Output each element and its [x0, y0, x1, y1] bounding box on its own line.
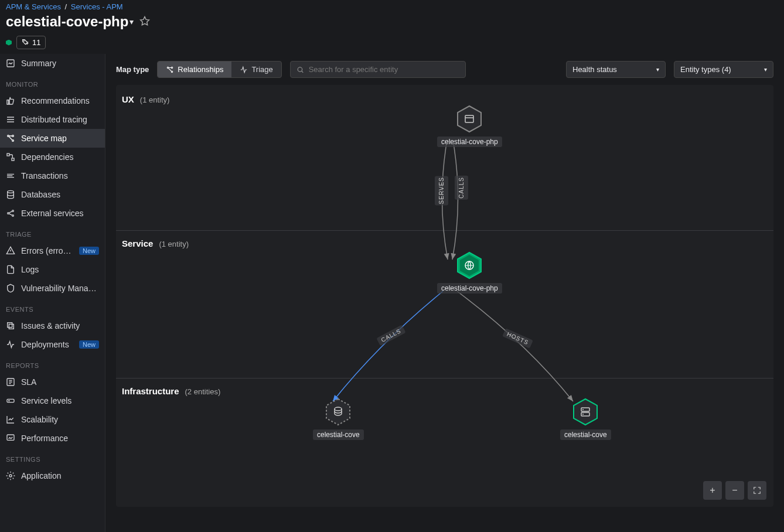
page-title: celestial-cove-php — [6, 13, 128, 30]
status-indicator — [6, 40, 12, 46]
svg-point-9 — [8, 213, 9, 214]
sidebar-item-label: Issues & activity — [21, 321, 80, 330]
node-infra-db[interactable]: celestial-cove — [313, 398, 364, 440]
sidebar-item-performance[interactable]: Performance — [0, 429, 105, 448]
entity-types-select[interactable]: Entity types (4) ▾ — [674, 61, 773, 78]
relationships-icon — [166, 66, 174, 74]
scalability-icon — [6, 415, 15, 424]
sidebar-item-errors-errors-inbo[interactable]: Errors (errors inboNew — [0, 241, 105, 260]
entity-search[interactable] — [290, 61, 466, 78]
sidebar-header: REPORTS — [0, 354, 105, 373]
triage-toggle[interactable]: Triage — [231, 62, 281, 77]
edge-label-serves: SERVES — [435, 176, 448, 205]
new-badge: New — [79, 340, 99, 349]
trace-icon — [6, 115, 15, 124]
health-status-select[interactable]: Health status ▾ — [566, 61, 666, 78]
database-icon — [325, 398, 351, 426]
svg-point-35 — [582, 409, 584, 410]
map-controls: + − — [703, 481, 766, 500]
svg-point-3 — [8, 135, 9, 137]
svg-point-21 — [172, 71, 173, 72]
sidebar-item-dependencies[interactable]: Dependencies — [0, 148, 105, 166]
map-icon — [6, 134, 15, 143]
sidebar-item-external-services[interactable]: External services — [0, 204, 105, 223]
sidebar-header: SETTINGS — [0, 448, 105, 466]
sidebar-header: EVENTS — [0, 298, 105, 316]
new-badge: New — [79, 247, 99, 255]
sidebar-item-label: Distributed tracing — [21, 115, 87, 124]
sidebar-item-recommendations[interactable]: Recommendations — [0, 91, 105, 110]
browser-icon — [456, 105, 482, 133]
sidebar-item-label: External services — [21, 209, 84, 218]
sidebar-item-transactions[interactable]: Transactions — [0, 166, 105, 185]
breadcrumb-apm-services[interactable]: APM & Services — [6, 2, 61, 11]
sidebar-item-label: SLA — [21, 377, 36, 387]
sidebar-item-label: Recommendations — [21, 96, 90, 105]
transactions-icon — [6, 171, 15, 180]
node-service[interactable]: celestial-cove-php — [437, 251, 502, 294]
node-infra-host[interactable]: celestial-cove — [560, 398, 611, 440]
sidebar-item-databases[interactable]: Databases — [0, 185, 105, 204]
breadcrumb-services-apm[interactable]: Services - APM — [71, 2, 123, 11]
sidebar-item-logs[interactable]: Logs — [0, 260, 105, 279]
sidebar-item-label: Service map — [21, 134, 67, 143]
svg-point-19 — [9, 475, 12, 477]
svg-point-22 — [172, 67, 173, 68]
svg-marker-0 — [141, 16, 149, 25]
sidebar-item-issues-activity[interactable]: Issues & activity — [0, 316, 105, 335]
deploy-icon — [6, 340, 15, 349]
logs-icon — [6, 265, 15, 274]
svg-point-11 — [12, 215, 14, 217]
service-map-canvas[interactable]: UX (1 entity) Service (1 entity) Infrast… — [116, 85, 773, 507]
chevron-down-icon: ▾ — [656, 66, 659, 73]
sla-icon — [6, 377, 15, 387]
sidebar-item-deployments[interactable]: DeploymentsNew — [0, 335, 105, 354]
summary-icon — [6, 59, 15, 68]
svg-point-1 — [23, 40, 24, 41]
sidebar-item-label: Deployments — [21, 340, 69, 349]
triage-icon — [240, 66, 248, 74]
sidebar-item-label: Logs — [21, 265, 39, 274]
edge-label-hosts: HOSTS — [502, 328, 533, 349]
svg-marker-24 — [458, 106, 481, 132]
breadcrumb: APM & Services / Services - APM — [6, 2, 778, 11]
search-icon — [296, 66, 304, 74]
map-type-label: Map type — [116, 65, 149, 74]
external-icon — [6, 209, 15, 218]
sidebar-item-distributed-tracing[interactable]: Distributed tracing — [0, 110, 105, 129]
sidebar-item-label: Transactions — [21, 171, 68, 180]
relationships-toggle[interactable]: Relationships — [158, 62, 231, 77]
service-title-dropdown[interactable]: celestial-cove-php ▾ — [6, 13, 134, 30]
deps-icon — [6, 152, 15, 162]
shield-icon — [6, 284, 15, 293]
sidebar-item-label: Service levels — [21, 396, 71, 405]
sidebar-item-service-map[interactable]: Service map — [0, 129, 105, 148]
edge-label-calls: CALLS — [455, 176, 468, 200]
gear-icon — [6, 471, 15, 480]
node-ux[interactable]: celestial-cove-php — [437, 105, 502, 147]
sidebar-item-vulnerability-manage-[interactable]: Vulnerability Manage… — [0, 279, 105, 298]
sidebar-item-application[interactable]: Application — [0, 466, 105, 485]
zoom-out-button[interactable]: − — [725, 481, 744, 500]
fit-button[interactable] — [748, 481, 766, 500]
svg-point-4 — [12, 140, 14, 142]
sidebar-item-scalability[interactable]: Scalability — [0, 410, 105, 429]
sidebar-item-service-levels[interactable]: Service levels — [0, 391, 105, 410]
star-icon[interactable] — [139, 16, 150, 28]
sidebar-header: TRIAGE — [0, 223, 105, 241]
sidebar-item-label: Application — [21, 471, 62, 480]
entity-search-input[interactable] — [309, 65, 459, 74]
zoom-in-button[interactable]: + — [703, 481, 722, 500]
svg-rect-6 — [7, 154, 9, 156]
tags-button[interactable]: 11 — [16, 36, 46, 49]
sidebar-item-label: Vulnerability Manage… — [21, 284, 99, 293]
svg-marker-30 — [326, 399, 350, 425]
map-toolbar: Map type Relationships Triage Health sta… — [116, 61, 773, 78]
sidebar-item-summary[interactable]: Summary — [0, 54, 105, 73]
sidebar-item-sla[interactable]: SLA — [0, 373, 105, 391]
sidebar-item-label: Dependencies — [21, 152, 74, 162]
sidebar[interactable]: Summary MONITORRecommendationsDistribute… — [0, 54, 105, 532]
database-icon — [6, 190, 15, 199]
performance-icon — [6, 434, 15, 443]
svg-point-10 — [12, 210, 14, 212]
